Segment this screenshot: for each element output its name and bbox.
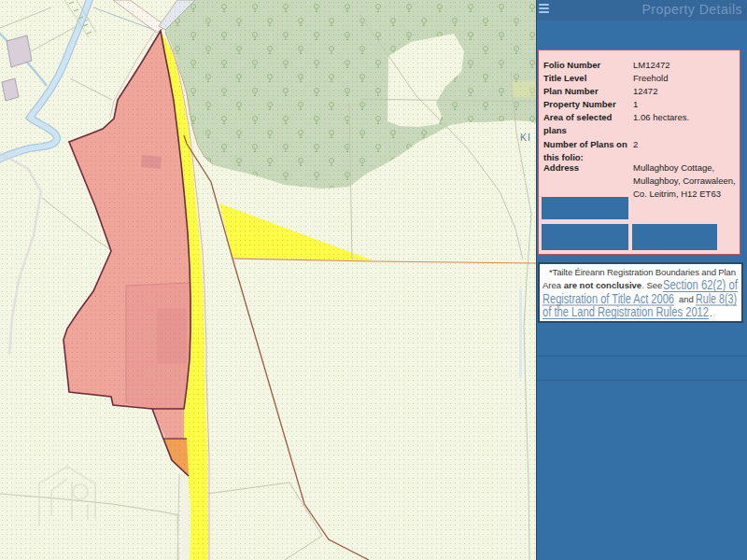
svg-text:of the Land Registration Rules: of the Land Registration Rules 2012 [543, 303, 709, 319]
svg-text:*Tailte Éireann Registration B: *Tailte Éireann Registration Boundaries … [549, 267, 736, 277]
svg-text:.: . [710, 308, 712, 318]
svg-text:and: and [679, 294, 694, 304]
svg-text:KI: KI [520, 132, 531, 143]
svg-text:Area are not conclusive. See: Area are not conclusive. See [543, 280, 662, 290]
